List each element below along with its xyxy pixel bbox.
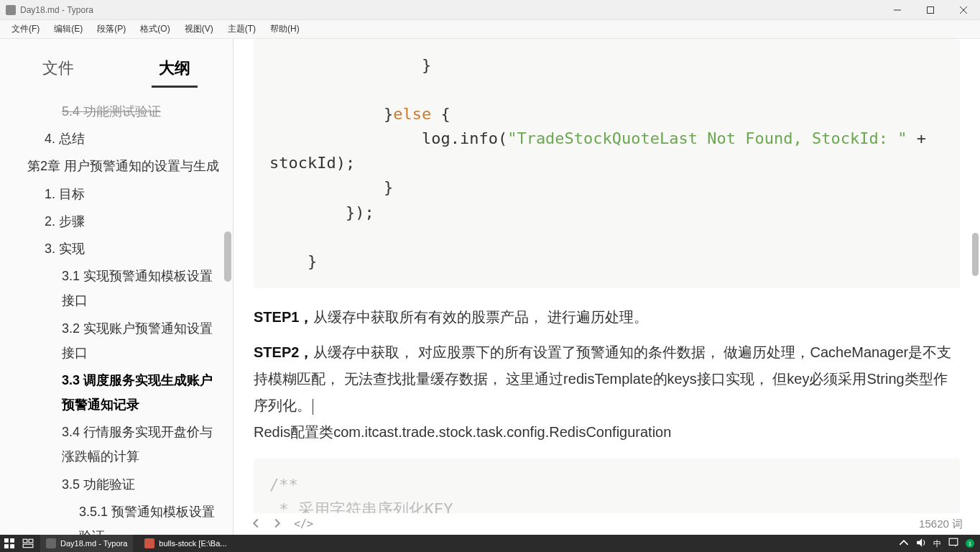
svg-rect-5	[10, 538, 14, 543]
word-count[interactable]: 15620 词	[919, 518, 963, 531]
outline-item[interactable]: 3.4 行情服务实现开盘价与涨跌幅的计算	[13, 418, 224, 470]
start-button[interactable]	[3, 537, 16, 550]
svg-rect-12	[949, 538, 958, 545]
menu-view[interactable]: 视图(V)	[177, 21, 221, 37]
source-toggle-icon[interactable]: </>	[294, 518, 313, 530]
sidebar-tabs: 文件 大纲	[0, 39, 233, 88]
outline-item[interactable]: 3.5.1 预警通知模板设置验证	[13, 498, 224, 535]
outline-item[interactable]: 第2章 用户预警通知的设置与生成	[13, 152, 224, 180]
svg-rect-1	[928, 6, 934, 13]
notification-icon[interactable]	[948, 538, 958, 549]
text-caret	[313, 399, 313, 415]
outline-item[interactable]: 1. 目标	[13, 180, 224, 208]
menu-help[interactable]: 帮助(H)	[263, 21, 307, 37]
menu-file[interactable]: 文件(F)	[4, 21, 47, 37]
tray-expand-icon[interactable]	[899, 538, 909, 549]
menu-format[interactable]: 格式(O)	[133, 21, 177, 37]
task-view-icon[interactable]	[22, 537, 34, 550]
close-button[interactable]	[947, 0, 980, 20]
editor-content[interactable]: } }else { log.info("TradeStockQuoteLast …	[234, 39, 980, 535]
paragraph-step1[interactable]: STEP1，从缓存中获取所有有效的股票产品， 进行遍历处理。	[254, 304, 960, 331]
maximize-button[interactable]	[914, 0, 947, 20]
step2-text: 从缓存中获取， 对应股票下的所有设置了预警通知的条件数据， 做遍历处理，Cach…	[254, 344, 951, 413]
outline-item[interactable]: 3. 实现	[13, 235, 224, 262]
svg-rect-8	[23, 539, 27, 543]
svg-rect-10	[23, 544, 33, 548]
content-scrollbar[interactable]	[972, 233, 979, 276]
menu-paragraph[interactable]: 段落(P)	[90, 21, 133, 37]
svg-rect-6	[4, 544, 9, 548]
step1-text: 从缓存中获取所有有效的股票产品， 进行遍历处理。	[313, 309, 648, 325]
step2-label: STEP2，	[254, 344, 313, 360]
outline-item[interactable]: 3.1 实现预警通知模板设置接口	[13, 262, 224, 314]
window-controls	[881, 0, 980, 20]
outline-panel[interactable]: 5.4 功能测试验证 4. 总结 第2章 用户预警通知的设置与生成 1. 目标 …	[0, 88, 233, 535]
statusbar: </> 15620 词	[234, 513, 980, 535]
windows-taskbar: Day18.md - Typora bulls-stock [E:\Ba... …	[0, 535, 980, 552]
menu-edit[interactable]: 编辑(E)	[47, 21, 90, 37]
menu-theme[interactable]: 主题(T)	[221, 21, 263, 37]
svg-rect-9	[29, 539, 33, 543]
tab-files[interactable]: 文件	[22, 52, 94, 88]
outline-item[interactable]: 3.5 功能验证	[13, 471, 224, 498]
window-title: Day18.md - Typora	[20, 5, 93, 15]
idea-icon	[144, 538, 154, 548]
minimize-button[interactable]	[881, 0, 914, 20]
step1-label: STEP1，	[254, 309, 313, 325]
outline-item-active[interactable]: 3.3 调度服务实现生成账户预警通知记录	[13, 367, 224, 418]
outline-item[interactable]: 2. 步骤	[13, 208, 224, 235]
volume-icon[interactable]	[916, 538, 926, 549]
svg-marker-11	[917, 538, 922, 547]
code-block-1[interactable]: } }else { log.info("TradeStockQuoteLast …	[254, 39, 960, 288]
outline-scrollbar[interactable]	[224, 231, 231, 282]
nav-back-icon[interactable]	[251, 518, 261, 530]
svg-marker-13	[955, 546, 956, 547]
typora-icon	[46, 538, 56, 548]
nav-forward-icon[interactable]	[272, 518, 282, 530]
main-area: 文件 大纲 5.4 功能测试验证 4. 总结 第2章 用户预警通知的设置与生成 …	[0, 39, 980, 535]
menubar: 文件(F) 编辑(E) 段落(P) 格式(O) 视图(V) 主题(T) 帮助(H…	[0, 20, 980, 39]
paragraph-step2[interactable]: STEP2，从缓存中获取， 对应股票下的所有设置了预警通知的条件数据， 做遍历处…	[254, 339, 960, 446]
notification-badge: 1	[966, 539, 974, 548]
outline-item[interactable]: 3.2 实现账户预警通知设置接口	[13, 315, 224, 367]
outline-item[interactable]: 4. 总结	[13, 125, 224, 152]
step2-text2: Redis配置类com.itcast.trade.stock.task.conf…	[254, 424, 671, 440]
app-icon	[6, 5, 16, 15]
taskbar-app-idea[interactable]: bulls-stock [E:\Ba...	[139, 535, 232, 552]
svg-rect-4	[4, 538, 9, 543]
tab-outline[interactable]: 大纲	[139, 52, 211, 88]
svg-rect-7	[10, 544, 14, 548]
sidebar: 文件 大纲 5.4 功能测试验证 4. 总结 第2章 用户预警通知的设置与生成 …	[0, 39, 234, 535]
window-titlebar: Day18.md - Typora	[0, 0, 980, 20]
ime-indicator[interactable]: 中	[933, 538, 941, 549]
outline-item[interactable]: 5.4 功能测试验证	[13, 98, 224, 125]
taskbar-app-typora[interactable]: Day18.md - Typora	[40, 535, 133, 552]
